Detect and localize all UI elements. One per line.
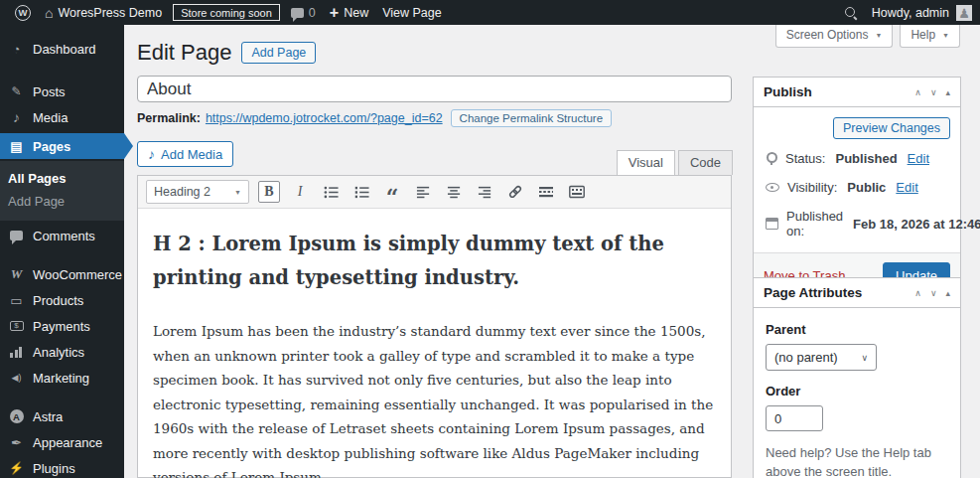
sidebar-item-comments[interactable]: Comments xyxy=(0,223,124,248)
sidebar-item-dashboard[interactable]: Dashboard xyxy=(0,36,124,62)
add-page-button[interactable]: Add Page xyxy=(241,42,316,64)
permalink-url-link[interactable]: https://wpdemo.jotrocket.com/?page_id=62 xyxy=(206,111,443,125)
admin-sidebar: Dashboard Posts Media Pages All Pages Ad… xyxy=(0,25,124,478)
page-title-input[interactable] xyxy=(137,76,732,102)
bold-button[interactable]: B xyxy=(258,181,280,203)
sidebar-item-products[interactable]: Products xyxy=(0,287,124,313)
bar-chart-icon xyxy=(8,346,25,358)
submenu-item-add-page[interactable]: Add Page xyxy=(0,190,124,213)
new-menu[interactable]: New xyxy=(323,0,375,25)
format-select-value: Heading 2 xyxy=(154,185,210,199)
tab-visual[interactable]: Visual xyxy=(617,150,675,175)
sidebar-item-posts[interactable]: Posts xyxy=(0,79,124,104)
format-select[interactable]: Heading 2 ▼ xyxy=(146,180,249,204)
numbered-list-button[interactable] xyxy=(350,181,372,203)
move-down-icon[interactable]: ∨ xyxy=(930,87,937,97)
dollar-icon xyxy=(8,321,25,331)
sidebar-item-label: Analytics xyxy=(33,345,84,360)
visibility-value: Public xyxy=(847,180,886,195)
visibility-edit-link[interactable]: Edit xyxy=(896,180,917,195)
comment-bubble-icon xyxy=(291,8,304,18)
sidebar-item-label: Astra xyxy=(33,409,63,424)
tab-code[interactable]: Code xyxy=(678,150,733,175)
help-button[interactable]: Help ▼ xyxy=(900,25,960,48)
page-attributes-header[interactable]: Page Attributes ∧ ∨ ▴ xyxy=(754,278,960,308)
status-label: Status: xyxy=(785,151,825,166)
parent-select[interactable]: (no parent) ∨ xyxy=(766,344,877,371)
sidebar-item-plugins[interactable]: Plugins xyxy=(0,455,124,478)
sidebar-item-label: Pages xyxy=(33,139,70,154)
editor-content-area[interactable]: H 2 : Lorem Ipsum is simply dummy text o… xyxy=(138,209,731,478)
collapse-toggle-icon[interactable]: ▴ xyxy=(945,87,950,97)
status-pin-icon xyxy=(766,152,777,165)
media-icon xyxy=(148,146,155,162)
align-left-icon xyxy=(416,185,431,200)
collapse-toggle-icon[interactable]: ▴ xyxy=(945,288,950,298)
site-menu[interactable]: WoresPress Demo xyxy=(38,0,169,25)
sidebar-item-payments[interactable]: Payments xyxy=(0,313,124,339)
comments-menu[interactable]: 0 xyxy=(284,0,323,25)
screen-options-button[interactable]: Screen Options ▼ xyxy=(775,25,894,48)
sidebar-item-label: Dashboard xyxy=(33,42,96,57)
move-up-icon[interactable]: ∧ xyxy=(914,288,921,298)
numbered-list-icon xyxy=(354,185,369,200)
howdy-text[interactable]: Howdy, admin xyxy=(872,6,949,20)
toolbar-toggle-button[interactable] xyxy=(566,181,588,203)
avatar[interactable] xyxy=(956,5,972,21)
preview-changes-button[interactable]: Preview Changes xyxy=(833,117,950,139)
chevron-down-icon: ∨ xyxy=(861,353,868,363)
view-page-link[interactable]: View Page xyxy=(375,0,449,25)
sidebar-item-label: Products xyxy=(33,293,83,308)
view-page-label: View Page xyxy=(382,6,442,20)
sidebar-item-media[interactable]: Media xyxy=(0,104,124,130)
chevron-down-icon: ▼ xyxy=(942,32,949,39)
plus-icon xyxy=(330,4,339,22)
plugin-icon xyxy=(8,461,25,475)
sidebar-item-pages[interactable]: Pages xyxy=(0,133,124,159)
move-down-icon[interactable]: ∨ xyxy=(930,288,937,298)
bulleted-list-button[interactable] xyxy=(320,181,342,203)
published-value: Feb 18, 2026 at 12:46 xyxy=(853,217,980,232)
comment-bubble-icon xyxy=(8,231,25,240)
page-header: Edit Page Add Page xyxy=(137,40,316,66)
change-permalink-button[interactable]: Change Permalink Structure xyxy=(451,109,612,127)
admin-bar: WoresPress Demo Store coming soon 0 New … xyxy=(0,0,980,25)
submenu-item-all-pages[interactable]: All Pages xyxy=(0,167,124,190)
search-icon[interactable] xyxy=(844,6,858,20)
move-up-icon[interactable]: ∧ xyxy=(914,87,921,97)
italic-button[interactable]: I xyxy=(289,181,311,203)
published-row: Published on: Feb 18, 2026 at 12:46 Edit xyxy=(766,209,950,239)
store-coming-soon-badge[interactable]: Store coming soon xyxy=(173,4,280,21)
status-edit-link[interactable]: Edit xyxy=(908,151,929,166)
chevron-down-icon: ▼ xyxy=(875,32,882,39)
sidebar-item-label: Posts xyxy=(33,84,66,99)
pages-submenu: All Pages Add Page xyxy=(0,161,124,221)
blockquote-button[interactable]: “ xyxy=(381,181,403,203)
wordpress-logo-icon xyxy=(15,5,31,21)
order-label: Order xyxy=(766,384,950,398)
sidebar-item-label: Media xyxy=(33,110,68,125)
permalink-label: Permalink: xyxy=(137,111,201,125)
status-value: Published xyxy=(835,151,897,166)
sidebar-item-analytics[interactable]: Analytics xyxy=(0,339,124,365)
sidebar-item-marketing[interactable]: Marketing xyxy=(0,365,124,391)
publish-title: Publish xyxy=(764,84,812,99)
box-icon xyxy=(8,293,25,308)
sidebar-item-label: Appearance xyxy=(33,435,102,450)
order-input[interactable] xyxy=(766,405,823,431)
sidebar-item-astra[interactable]: Astra xyxy=(0,403,124,429)
align-center-button[interactable] xyxy=(443,181,465,203)
read-more-button[interactable] xyxy=(535,181,557,203)
new-label: New xyxy=(344,6,368,20)
sidebar-item-woocommerce[interactable]: WooCommerce xyxy=(0,261,124,287)
wordpress-menu[interactable] xyxy=(8,0,38,25)
align-right-button[interactable] xyxy=(474,181,495,203)
page-attributes-title: Page Attributes xyxy=(764,285,862,300)
sidebar-item-appearance[interactable]: Appearance xyxy=(0,429,124,455)
keyboard-icon xyxy=(569,184,585,200)
align-center-icon xyxy=(447,185,462,200)
insert-link-button[interactable] xyxy=(504,181,526,203)
align-left-button[interactable] xyxy=(412,181,434,203)
add-media-button[interactable]: Add Media xyxy=(137,141,233,167)
publish-panel-header[interactable]: Publish ∧ ∨ ▴ xyxy=(754,78,960,107)
